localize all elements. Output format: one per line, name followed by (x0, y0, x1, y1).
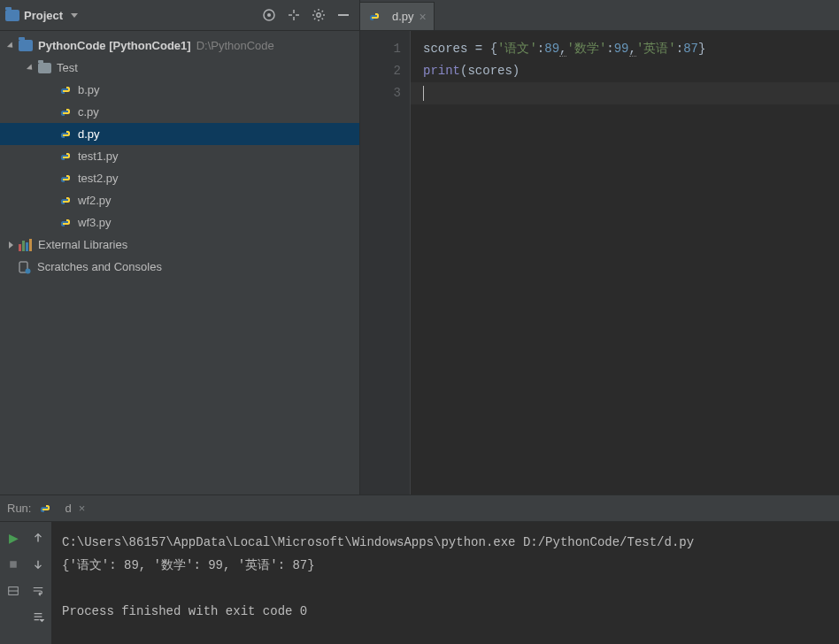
main-split: Project (0, 0, 839, 495)
svg-rect-6 (10, 561, 17, 568)
tree-file[interactable]: wf3.py (0, 211, 359, 234)
console-line (62, 577, 828, 600)
tab-label: d.py (392, 10, 414, 23)
code-line-3[interactable] (423, 82, 839, 104)
line-number: 1 (360, 38, 401, 60)
code-editor[interactable]: 1 2 3 scores = {'语文':89,'数学':99,'英语':87}… (360, 31, 839, 494)
run-toolbar: ▶ (0, 522, 51, 644)
project-header: Project (0, 0, 359, 31)
python-file-icon (58, 83, 73, 97)
code-area[interactable]: scores = {'语文':89,'数学':99,'英语':87} print… (411, 31, 839, 494)
chevron-down-icon[interactable] (27, 64, 35, 72)
file-label: wf2.py (78, 194, 112, 207)
code-line-1[interactable]: scores = {'语文':89,'数学':99,'英语':87} (423, 38, 839, 60)
rerun-icon[interactable]: ▶ (3, 527, 24, 548)
chevron-right-icon[interactable] (9, 242, 13, 249)
code-line-2[interactable]: print(scores) (423, 60, 839, 82)
tree-file[interactable]: c.py (0, 101, 359, 123)
run-body: ▶ (0, 522, 839, 644)
close-icon[interactable]: × (79, 502, 86, 515)
spacer (3, 607, 24, 628)
layout-icon[interactable] (3, 580, 24, 602)
up-icon[interactable] (27, 527, 49, 548)
root-name: PythonCode (38, 39, 106, 52)
folder-label: Test (57, 61, 78, 74)
tree-folder-test[interactable]: Test (0, 57, 359, 79)
chevron-down-icon[interactable] (7, 42, 15, 50)
module-folder-icon (19, 40, 33, 51)
run-label: Run: (7, 502, 31, 515)
tree-root[interactable]: PythonCode [PythonCode1] D:\PythonCode (0, 34, 359, 57)
line-number: 2 (360, 60, 401, 82)
scroll-to-end-icon[interactable] (27, 607, 49, 628)
tree-file[interactable]: test1.py (0, 145, 359, 167)
file-label: test2.py (78, 172, 119, 185)
external-libraries-label: External Libraries (38, 238, 127, 251)
soft-wrap-icon[interactable] (27, 580, 49, 602)
scratches-icon (18, 260, 32, 274)
tree-scratches[interactable]: Scratches and Consoles (0, 256, 359, 278)
expand-all-icon[interactable] (287, 8, 301, 22)
file-label: test1.py (78, 150, 119, 163)
svg-point-1 (267, 13, 271, 17)
python-file-icon (38, 502, 52, 516)
project-tree[interactable]: PythonCode [PythonCode1] D:\PythonCode T… (0, 31, 359, 494)
stop-icon[interactable] (3, 554, 24, 575)
python-file-icon (58, 150, 73, 164)
tree-external-libraries[interactable]: External Libraries (0, 234, 359, 256)
run-header: Run: d × (0, 495, 839, 522)
run-panel: Run: d × ▶ (0, 495, 839, 644)
editor-panel: d.py × 1 2 3 scores = {'语文':89,'数学':99,'… (360, 0, 839, 494)
file-label: b.py (78, 83, 100, 96)
tree-file[interactable]: b.py (0, 79, 359, 101)
python-file-icon (58, 127, 73, 142)
python-file-icon (58, 105, 73, 119)
python-file-icon (367, 10, 381, 24)
python-file-icon (58, 172, 73, 186)
project-panel: Project (0, 0, 360, 494)
editor-tabs: d.py × (360, 0, 839, 31)
project-toolbar (262, 8, 354, 22)
root-extra: [PythonCode1] (109, 39, 190, 52)
console-line: {'语文': 89, '数学': 99, '英语': 87} (62, 554, 828, 577)
gutter: 1 2 3 (360, 31, 411, 494)
svg-point-2 (317, 13, 320, 17)
svg-rect-3 (338, 14, 349, 16)
project-title[interactable]: Project (5, 9, 262, 22)
project-folder-icon (5, 10, 19, 21)
tab-d-py[interactable]: d.py × (360, 2, 435, 30)
gear-icon[interactable] (312, 8, 326, 22)
console-line: C:\Users\86157\AppData\Local\Microsoft\W… (62, 531, 828, 554)
python-file-icon (58, 216, 73, 230)
folder-icon (38, 63, 51, 73)
root-path: D:\PythonCode (196, 39, 274, 52)
scratches-label: Scratches and Consoles (37, 260, 162, 273)
close-icon[interactable]: × (420, 10, 427, 24)
python-file-icon (58, 194, 73, 208)
console-output[interactable]: C:\Users\86157\AppData\Local\Microsoft\W… (51, 522, 839, 644)
chevron-down-icon (71, 13, 78, 18)
file-label: c.py (78, 105, 99, 119)
svg-point-5 (26, 268, 31, 273)
run-config-name[interactable]: d (65, 502, 71, 515)
tree-file[interactable]: wf2.py (0, 189, 359, 211)
file-label: wf3.py (78, 216, 112, 229)
tree-file[interactable]: d.py (0, 123, 359, 145)
text-cursor (423, 86, 424, 101)
down-icon[interactable] (27, 554, 49, 575)
hide-icon[interactable] (336, 8, 350, 22)
project-label: Project (24, 9, 63, 22)
library-icon (19, 239, 33, 251)
file-label: d.py (78, 127, 100, 141)
tree-file[interactable]: test2.py (0, 167, 359, 189)
line-number: 3 (360, 82, 401, 104)
select-open-file-icon[interactable] (262, 8, 276, 22)
console-line: Process finished with exit code 0 (62, 600, 828, 623)
